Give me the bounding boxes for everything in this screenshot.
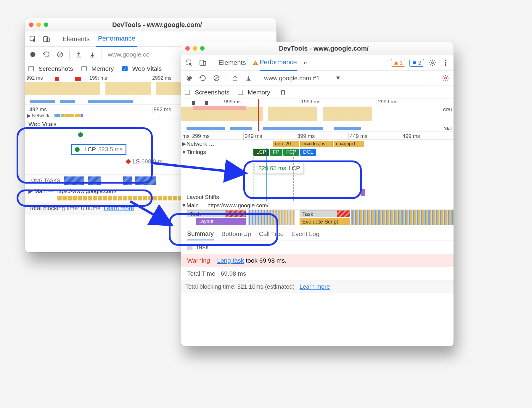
kebab-icon[interactable] xyxy=(441,58,450,67)
download-icon[interactable] xyxy=(88,50,97,59)
track-label: Network xyxy=(32,113,49,118)
track-label: Network … xyxy=(187,141,216,147)
tbt-text: Total blocking time: 521.10ms (estimated… xyxy=(185,283,295,290)
task-block[interactable]: Task xyxy=(300,210,350,217)
tab-call-tree[interactable]: Call Tree xyxy=(259,230,284,237)
minimize-icon[interactable] xyxy=(193,46,197,51)
tab-summary[interactable]: Summary xyxy=(187,227,214,240)
minimize-icon[interactable] xyxy=(36,23,41,27)
task-block[interactable]: Task xyxy=(187,210,246,217)
recording-url[interactable]: www.google.co xyxy=(108,51,150,58)
tab-elements[interactable]: Elements xyxy=(61,31,91,47)
learn-more-link[interactable]: Learn more xyxy=(300,283,330,290)
tab-event-log[interactable]: Event Log xyxy=(291,230,319,237)
block-label: Layout xyxy=(198,219,213,224)
tab-elements[interactable]: Elements xyxy=(217,55,248,70)
tab-bottom-up[interactable]: Bottom-Up xyxy=(221,230,251,237)
trash-icon[interactable] xyxy=(279,88,287,97)
long-task-block[interactable] xyxy=(64,176,84,185)
task-label: Task xyxy=(190,211,201,217)
meta-label: Total Time xyxy=(187,270,216,277)
recording-select[interactable]: www.google.com #1 ▼ xyxy=(263,75,341,82)
device-toggle-icon[interactable] xyxy=(198,58,207,67)
memory-label: Memory xyxy=(91,65,114,72)
badge-count: 1 xyxy=(400,60,403,66)
tab-performance[interactable]: Performance xyxy=(96,31,137,47)
tab-performance[interactable]: Performance xyxy=(253,54,297,71)
fp-chip[interactable]: FP xyxy=(270,149,282,156)
maximize-icon[interactable] xyxy=(200,46,205,51)
flame-segments[interactable] xyxy=(248,210,295,225)
maximize-icon[interactable] xyxy=(44,23,48,27)
playhead[interactable] xyxy=(258,99,259,131)
record-icon[interactable] xyxy=(28,50,37,59)
close-icon[interactable] xyxy=(185,46,190,51)
main-thread-header[interactable]: ▼Main — https://www.google.com/ xyxy=(181,201,454,210)
traffic-lights[interactable] xyxy=(181,46,209,51)
screenshots-checkbox[interactable] xyxy=(185,90,190,95)
gear-icon[interactable] xyxy=(428,58,437,67)
tracks-area[interactable]: ▶Network … gen_20… m=cdos,hs… cb=gapi.l…… xyxy=(181,140,454,227)
layout-shift-block[interactable] xyxy=(361,189,365,196)
network-block[interactable]: m=cdos,hs… xyxy=(300,141,333,147)
upload-icon[interactable] xyxy=(74,50,83,59)
reload-icon[interactable] xyxy=(42,50,51,59)
messages-badge[interactable]: 2 xyxy=(409,59,424,67)
track-label: Timings xyxy=(187,149,208,155)
svg-rect-9 xyxy=(255,64,256,65)
svg-point-16 xyxy=(188,77,191,79)
timeline-ruler[interactable]: ms 299 ms 349 ms 399 ms 449 ms 499 ms xyxy=(181,131,454,140)
reload-icon[interactable] xyxy=(198,74,207,83)
overview-ticks: 999 ms 1999 ms 2999 ms xyxy=(181,99,454,105)
timings-track-header[interactable]: ▼Timings xyxy=(181,148,454,156)
main-thread-flame[interactable]: Task Layout Task Evaluate Script xyxy=(181,210,454,227)
tick-label: 2999 ms xyxy=(377,99,454,105)
network-block[interactable]: gen_20… xyxy=(273,141,299,147)
clear-icon[interactable] xyxy=(212,74,221,83)
total-time-row: Total Time 69.98 ms xyxy=(181,267,454,280)
close-icon[interactable] xyxy=(29,23,33,27)
record-icon[interactable] xyxy=(185,74,194,83)
summary-header: Task xyxy=(181,240,454,254)
traffic-lights[interactable] xyxy=(25,23,52,27)
overview-strip[interactable]: 999 ms 1999 ms 2999 ms CPU NET xyxy=(181,99,454,131)
screenshots-checkbox[interactable] xyxy=(28,66,34,71)
memory-checkbox[interactable] xyxy=(238,90,243,95)
titlebar[interactable]: DevTools - www.google.com/ xyxy=(25,18,277,31)
warnings-badge[interactable]: 1 xyxy=(391,59,406,67)
capture-settings-icon[interactable] xyxy=(441,74,450,83)
layout-block[interactable]: Layout xyxy=(196,218,246,225)
device-toggle-icon[interactable] xyxy=(42,35,51,44)
titlebar[interactable]: DevTools - www.google.com/ xyxy=(181,42,454,55)
clear-icon[interactable] xyxy=(56,50,65,59)
tooltip-label: LCP xyxy=(288,165,300,172)
overview-net xyxy=(181,127,454,131)
evaluate-script-block[interactable]: Evaluate Script xyxy=(300,218,350,225)
download-icon[interactable] xyxy=(244,74,253,83)
svg-point-11 xyxy=(432,62,434,64)
timing-tooltip: 329.65 ms LCP xyxy=(255,163,304,174)
tab-toolbar: Elements Performance » 1 2 xyxy=(181,55,454,70)
web-vitals-checkbox[interactable] xyxy=(122,66,128,71)
network-block[interactable]: cb=gapi.l… xyxy=(334,141,364,147)
more-tabs[interactable]: » xyxy=(302,55,309,70)
inspect-icon[interactable] xyxy=(185,58,194,67)
svg-point-12 xyxy=(445,60,446,61)
tick-label: 349 ms xyxy=(243,133,296,139)
fcp-chip[interactable]: FCP xyxy=(283,149,299,156)
tab-label: Performance xyxy=(260,54,297,71)
upload-icon[interactable] xyxy=(231,74,240,83)
guide-line xyxy=(293,148,294,201)
long-task-block[interactable] xyxy=(88,176,101,185)
inspect-icon[interactable] xyxy=(28,35,37,44)
network-track-header[interactable]: ▶Network … gen_20… m=cdos,hs… cb=gapi.l… xyxy=(181,140,454,148)
tick-label: 999 ms xyxy=(223,99,300,105)
lcp-marker[interactable]: LCP 323.5 ms xyxy=(71,144,126,155)
frame-marker xyxy=(205,101,208,105)
dcl-line xyxy=(266,148,267,201)
long-task-block[interactable] xyxy=(123,176,132,185)
flame-segments[interactable] xyxy=(351,210,454,225)
memory-checkbox[interactable] xyxy=(81,66,87,71)
long-task-link[interactable]: Long task xyxy=(217,257,244,264)
dcl-chip[interactable]: DCL xyxy=(300,149,316,156)
